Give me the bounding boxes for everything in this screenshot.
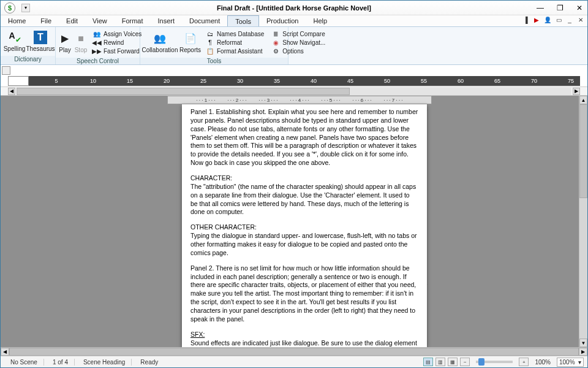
options-icon: ⚙: [271, 47, 280, 55]
status-ready: Ready: [134, 359, 164, 366]
menu-help[interactable]: Help: [306, 15, 334, 26]
play-button[interactable]: ▶Play: [57, 28, 73, 56]
stop-button[interactable]: ■Stop: [73, 28, 89, 56]
zoom-input[interactable]: 100%▾: [557, 358, 584, 367]
document-ruler[interactable]: · · · 1 · · ·· · · 2 · · ·· · · 3 · · ··…: [167, 96, 432, 104]
group-speech-label: Speech Control: [56, 58, 140, 64]
zoom-slider[interactable]: [476, 361, 513, 363]
stop-icon: ■: [74, 32, 88, 45]
fast-forward-button[interactable]: ▶▶Fast Forward: [92, 47, 141, 55]
menu-home[interactable]: Home: [1, 15, 33, 26]
maximize-button[interactable]: ❐: [554, 3, 565, 13]
scroll-thumb[interactable]: [17, 88, 350, 95]
horizontal-scroll-top: ◀ ▶: [1, 87, 587, 96]
scroll-track[interactable]: [17, 88, 571, 95]
vscroll-thumb[interactable]: [579, 104, 587, 198]
ffwd-icon: ▶▶: [92, 47, 101, 55]
ruler-bar: 510152025303540455055606570758085: [1, 65, 587, 87]
hscroll-left-arrow[interactable]: ◀: [1, 348, 9, 356]
panel-2-text: Panel 2. There is no set limit for how m…: [190, 264, 418, 324]
vertical-scrollbar[interactable]: ▲ ▼: [579, 96, 587, 347]
title-bar: $ ▾ Final Draft - [Untitled Dark Horse G…: [1, 1, 587, 15]
reformat-button[interactable]: ¶Reformat: [206, 38, 264, 47]
thesaurus-button[interactable]: TThesaurus: [27, 28, 54, 55]
menu-production[interactable]: Production: [259, 15, 306, 26]
reformat-icon: ¶: [206, 39, 214, 46]
menu-icon-x[interactable]: ✕: [576, 15, 585, 24]
hscroll-thumb[interactable]: [9, 348, 579, 356]
ruler-corner[interactable]: [2, 66, 10, 75]
menu-icon-person[interactable]: 👤: [543, 15, 552, 24]
zoom-percent: 100%: [531, 359, 554, 366]
status-page: 1 of 4: [47, 359, 75, 366]
app-icon: $: [4, 2, 15, 13]
names-icon: 🗂: [206, 30, 214, 37]
script-compare-button[interactable]: ≣Script Compare: [271, 29, 325, 38]
group-dictionary-label: Dictionary: [1, 56, 55, 64]
view-grid-button[interactable]: ▦: [448, 358, 458, 366]
zoom-out-button[interactable]: −: [460, 358, 470, 366]
nav-icon: ◉: [271, 39, 280, 46]
collaboration-button[interactable]: 👥Collaboration: [141, 28, 178, 56]
reports-button[interactable]: 📄Reports: [178, 28, 202, 56]
menu-document[interactable]: Document: [182, 15, 227, 26]
character-body: The "attribution" (the name of the chara…: [190, 183, 416, 216]
rewind-button[interactable]: ◀◀Rewind: [92, 38, 141, 47]
collab-icon: 👥: [153, 32, 167, 45]
menu-file[interactable]: File: [33, 15, 59, 26]
fassist-icon: 📋: [206, 47, 214, 55]
window-title: Final Draft - [Untitled Dark Horse Graph…: [1, 4, 587, 12]
other-character-heading: OTHER CHARACTER:: [190, 223, 257, 231]
view-normal-button[interactable]: ▤: [423, 358, 433, 366]
minimize-button[interactable]: —: [535, 3, 546, 13]
group-tools-label: Tools: [140, 58, 288, 64]
play-icon: ▶: [58, 32, 72, 45]
spelling-icon: [8, 31, 21, 44]
menu-bar: Home File Edit View Format Insert Docume…: [1, 15, 587, 27]
sfx-body: Sound effects are indicated just like di…: [190, 339, 417, 347]
spelling-button[interactable]: Spelling: [2, 28, 27, 55]
scroll-down-arrow[interactable]: ▼: [579, 339, 587, 347]
document-page[interactable]: Panel 1. Establishing shot. Explain what…: [182, 104, 427, 347]
horizontal-ruler[interactable]: 510152025303540455055606570758085: [8, 76, 580, 86]
quick-access-icon[interactable]: ▾: [21, 4, 30, 12]
zoom-in-button[interactable]: +: [519, 358, 529, 366]
horizontal-scrollbar[interactable]: ◀ ▶: [1, 347, 587, 356]
menu-icon-play[interactable]: ▶: [532, 15, 541, 24]
show-navigator-button[interactable]: ◉Show Navigat...: [271, 38, 325, 47]
scroll-right-arrow[interactable]: ▶: [573, 88, 580, 95]
status-element: Scene Heading: [77, 359, 132, 366]
character-heading: CHARACTER:: [190, 174, 232, 182]
view-page-button[interactable]: ▥: [435, 358, 445, 366]
menu-insert[interactable]: Insert: [151, 15, 183, 26]
format-assistant-button[interactable]: 📋Format Assistant: [206, 47, 264, 55]
menu-view[interactable]: View: [85, 15, 115, 26]
vertical-ruler: [1, 96, 10, 347]
close-button[interactable]: ✕: [574, 3, 585, 13]
thesaurus-icon: T: [34, 31, 47, 44]
menu-icon-box[interactable]: ▭: [554, 15, 563, 24]
menu-tools[interactable]: Tools: [227, 15, 259, 26]
zoom-knob[interactable]: [478, 358, 484, 366]
scroll-left-arrow[interactable]: ◀: [8, 88, 15, 95]
options-button[interactable]: ⚙Options: [271, 47, 325, 55]
sfx-heading: SFX:: [190, 331, 205, 338]
panel-1-text: Panel 1. Establishing shot. Explain what…: [190, 108, 418, 167]
reports-icon: 📄: [184, 32, 197, 45]
compare-icon: ≣: [271, 30, 280, 37]
ribbon: Spelling TThesaurus Dictionary ▶Play ■St…: [1, 27, 587, 65]
menu-icon-min[interactable]: _: [565, 15, 574, 24]
menu-edit[interactable]: Edit: [59, 15, 85, 26]
assign-voices-button[interactable]: 👥Assign Voices: [92, 29, 141, 38]
voices-icon: 👥: [92, 30, 101, 37]
other-character-body: Typing the dialogue in standard upper- a…: [190, 232, 417, 256]
editor-area: · · · 1 · · ·· · · 2 · · ·· · · 3 · · ··…: [1, 96, 587, 347]
hscroll-right-arrow[interactable]: ▶: [579, 348, 587, 356]
status-scene: No Scene: [4, 359, 44, 366]
names-database-button[interactable]: 🗂Names Database: [206, 29, 264, 38]
menu-icon-flag[interactable]: ▐: [521, 15, 530, 24]
status-bar: No Scene 1 of 4 Scene Heading Ready ▤ ▥ …: [1, 356, 587, 367]
rewind-icon: ◀◀: [92, 39, 101, 46]
scroll-up-arrow[interactable]: ▲: [579, 96, 587, 104]
menu-format[interactable]: Format: [115, 15, 151, 26]
